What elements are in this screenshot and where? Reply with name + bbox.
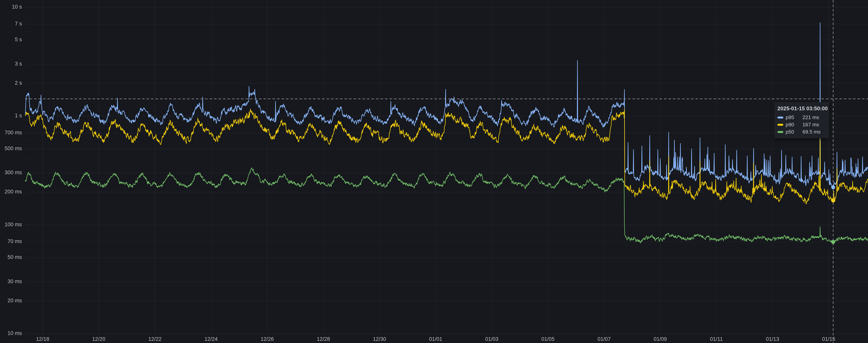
series-swatch-p50 [777,131,783,133]
series-value: 167 ms [803,122,819,128]
chart-tooltip: 2025-01-15 03:50:00 p95 221 ms p90 167 m… [774,102,829,138]
series-swatch-p90 [777,124,783,126]
tooltip-row-p90: p90 167 ms [777,121,818,128]
tooltip-row-p50: p50 69.5 ms [777,128,818,135]
series-label: p95 [786,115,800,121]
series-label: p50 [786,129,800,135]
series-value: 221 ms [803,115,819,121]
series-label: p90 [786,122,800,128]
series-swatch-p95 [777,117,783,119]
tooltip-row-p95: p95 221 ms [777,114,818,121]
latency-chart-canvas[interactable] [0,0,868,343]
tooltip-timestamp: 2025-01-15 03:50:00 [777,105,818,112]
series-value: 69.5 ms [803,129,821,135]
chart-panel: 2025-01-15 03:50:00 p95 221 ms p90 167 m… [0,0,868,343]
